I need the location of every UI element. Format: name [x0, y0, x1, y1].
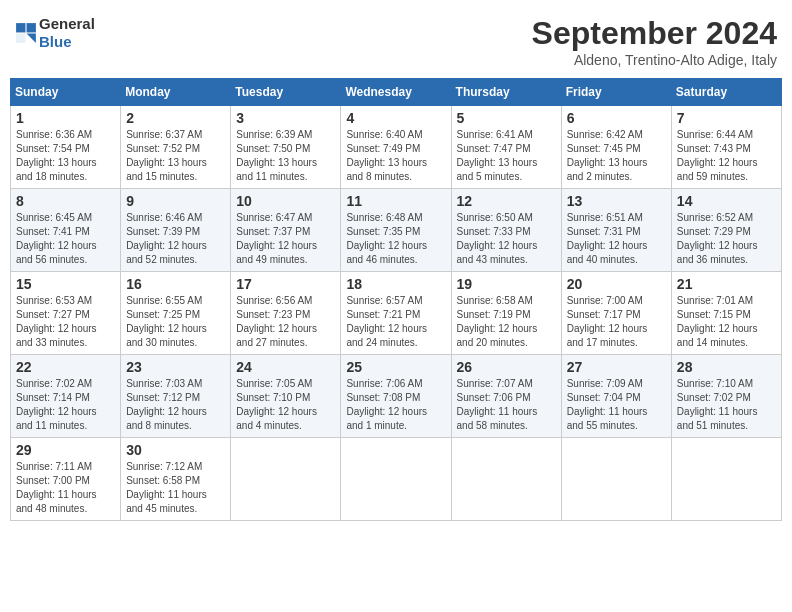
day-info: Sunrise: 6:58 AMSunset: 7:19 PMDaylight:…: [457, 294, 556, 350]
day-cell-25: 25Sunrise: 7:06 AMSunset: 7:08 PMDayligh…: [341, 355, 451, 438]
day-info: Sunrise: 7:03 AMSunset: 7:12 PMDaylight:…: [126, 377, 225, 433]
day-number: 4: [346, 110, 445, 126]
day-cell-28: 28Sunrise: 7:10 AMSunset: 7:02 PMDayligh…: [671, 355, 781, 438]
col-header-sunday: Sunday: [11, 79, 121, 106]
day-cell-3: 3Sunrise: 6:39 AMSunset: 7:50 PMDaylight…: [231, 106, 341, 189]
day-cell-19: 19Sunrise: 6:58 AMSunset: 7:19 PMDayligh…: [451, 272, 561, 355]
day-info: Sunrise: 6:44 AMSunset: 7:43 PMDaylight:…: [677, 128, 776, 184]
day-cell-22: 22Sunrise: 7:02 AMSunset: 7:14 PMDayligh…: [11, 355, 121, 438]
logo-line1: General: [39, 15, 95, 33]
day-cell-15: 15Sunrise: 6:53 AMSunset: 7:27 PMDayligh…: [11, 272, 121, 355]
day-cell-24: 24Sunrise: 7:05 AMSunset: 7:10 PMDayligh…: [231, 355, 341, 438]
day-info: Sunrise: 6:51 AMSunset: 7:31 PMDaylight:…: [567, 211, 666, 267]
day-info: Sunrise: 6:36 AMSunset: 7:54 PMDaylight:…: [16, 128, 115, 184]
day-cell-17: 17Sunrise: 6:56 AMSunset: 7:23 PMDayligh…: [231, 272, 341, 355]
page-header: General Blue September 2024 Aldeno, Tren…: [10, 10, 782, 68]
day-number: 13: [567, 193, 666, 209]
logo-icon: [15, 22, 37, 44]
logo-line2: Blue: [39, 33, 95, 51]
day-info: Sunrise: 6:45 AMSunset: 7:41 PMDaylight:…: [16, 211, 115, 267]
week-row-4: 22Sunrise: 7:02 AMSunset: 7:14 PMDayligh…: [11, 355, 782, 438]
day-number: 15: [16, 276, 115, 292]
day-number: 27: [567, 359, 666, 375]
day-number: 30: [126, 442, 225, 458]
day-cell-16: 16Sunrise: 6:55 AMSunset: 7:25 PMDayligh…: [121, 272, 231, 355]
day-number: 6: [567, 110, 666, 126]
day-cell-20: 20Sunrise: 7:00 AMSunset: 7:17 PMDayligh…: [561, 272, 671, 355]
day-info: Sunrise: 6:47 AMSunset: 7:37 PMDaylight:…: [236, 211, 335, 267]
day-cell-8: 8Sunrise: 6:45 AMSunset: 7:41 PMDaylight…: [11, 189, 121, 272]
empty-cell: [561, 438, 671, 521]
day-cell-23: 23Sunrise: 7:03 AMSunset: 7:12 PMDayligh…: [121, 355, 231, 438]
day-number: 16: [126, 276, 225, 292]
day-number: 11: [346, 193, 445, 209]
day-info: Sunrise: 7:05 AMSunset: 7:10 PMDaylight:…: [236, 377, 335, 433]
day-cell-14: 14Sunrise: 6:52 AMSunset: 7:29 PMDayligh…: [671, 189, 781, 272]
day-cell-5: 5Sunrise: 6:41 AMSunset: 7:47 PMDaylight…: [451, 106, 561, 189]
location-title: Aldeno, Trentino-Alto Adige, Italy: [532, 52, 777, 68]
day-cell-7: 7Sunrise: 6:44 AMSunset: 7:43 PMDaylight…: [671, 106, 781, 189]
day-number: 23: [126, 359, 225, 375]
day-number: 3: [236, 110, 335, 126]
day-info: Sunrise: 6:46 AMSunset: 7:39 PMDaylight:…: [126, 211, 225, 267]
day-info: Sunrise: 6:40 AMSunset: 7:49 PMDaylight:…: [346, 128, 445, 184]
day-number: 24: [236, 359, 335, 375]
svg-rect-3: [16, 34, 25, 43]
empty-cell: [451, 438, 561, 521]
day-number: 17: [236, 276, 335, 292]
col-header-friday: Friday: [561, 79, 671, 106]
day-number: 22: [16, 359, 115, 375]
day-number: 26: [457, 359, 556, 375]
day-cell-26: 26Sunrise: 7:07 AMSunset: 7:06 PMDayligh…: [451, 355, 561, 438]
day-info: Sunrise: 6:55 AMSunset: 7:25 PMDaylight:…: [126, 294, 225, 350]
day-number: 7: [677, 110, 776, 126]
day-number: 28: [677, 359, 776, 375]
empty-cell: [671, 438, 781, 521]
day-cell-4: 4Sunrise: 6:40 AMSunset: 7:49 PMDaylight…: [341, 106, 451, 189]
col-header-thursday: Thursday: [451, 79, 561, 106]
week-row-5: 29Sunrise: 7:11 AMSunset: 7:00 PMDayligh…: [11, 438, 782, 521]
day-info: Sunrise: 6:52 AMSunset: 7:29 PMDaylight:…: [677, 211, 776, 267]
col-header-wednesday: Wednesday: [341, 79, 451, 106]
col-header-tuesday: Tuesday: [231, 79, 341, 106]
day-info: Sunrise: 6:41 AMSunset: 7:47 PMDaylight:…: [457, 128, 556, 184]
day-info: Sunrise: 6:48 AMSunset: 7:35 PMDaylight:…: [346, 211, 445, 267]
day-cell-18: 18Sunrise: 6:57 AMSunset: 7:21 PMDayligh…: [341, 272, 451, 355]
day-info: Sunrise: 6:57 AMSunset: 7:21 PMDaylight:…: [346, 294, 445, 350]
week-row-3: 15Sunrise: 6:53 AMSunset: 7:27 PMDayligh…: [11, 272, 782, 355]
logo: General Blue: [15, 15, 95, 51]
day-number: 1: [16, 110, 115, 126]
day-number: 9: [126, 193, 225, 209]
day-info: Sunrise: 7:00 AMSunset: 7:17 PMDaylight:…: [567, 294, 666, 350]
day-cell-29: 29Sunrise: 7:11 AMSunset: 7:00 PMDayligh…: [11, 438, 121, 521]
day-number: 12: [457, 193, 556, 209]
day-info: Sunrise: 6:39 AMSunset: 7:50 PMDaylight:…: [236, 128, 335, 184]
day-cell-10: 10Sunrise: 6:47 AMSunset: 7:37 PMDayligh…: [231, 189, 341, 272]
day-cell-27: 27Sunrise: 7:09 AMSunset: 7:04 PMDayligh…: [561, 355, 671, 438]
day-number: 20: [567, 276, 666, 292]
day-info: Sunrise: 7:01 AMSunset: 7:15 PMDaylight:…: [677, 294, 776, 350]
day-info: Sunrise: 6:37 AMSunset: 7:52 PMDaylight:…: [126, 128, 225, 184]
day-info: Sunrise: 6:53 AMSunset: 7:27 PMDaylight:…: [16, 294, 115, 350]
day-info: Sunrise: 7:07 AMSunset: 7:06 PMDaylight:…: [457, 377, 556, 433]
day-cell-30: 30Sunrise: 7:12 AMSunset: 6:58 PMDayligh…: [121, 438, 231, 521]
day-number: 5: [457, 110, 556, 126]
day-number: 19: [457, 276, 556, 292]
col-header-monday: Monday: [121, 79, 231, 106]
empty-cell: [231, 438, 341, 521]
day-info: Sunrise: 7:12 AMSunset: 6:58 PMDaylight:…: [126, 460, 225, 516]
day-cell-9: 9Sunrise: 6:46 AMSunset: 7:39 PMDaylight…: [121, 189, 231, 272]
day-info: Sunrise: 7:06 AMSunset: 7:08 PMDaylight:…: [346, 377, 445, 433]
calendar-table: SundayMondayTuesdayWednesdayThursdayFrid…: [10, 78, 782, 521]
day-cell-12: 12Sunrise: 6:50 AMSunset: 7:33 PMDayligh…: [451, 189, 561, 272]
day-number: 14: [677, 193, 776, 209]
day-number: 25: [346, 359, 445, 375]
month-title: September 2024: [532, 15, 777, 52]
col-header-saturday: Saturday: [671, 79, 781, 106]
day-info: Sunrise: 6:50 AMSunset: 7:33 PMDaylight:…: [457, 211, 556, 267]
week-row-1: 1Sunrise: 6:36 AMSunset: 7:54 PMDaylight…: [11, 106, 782, 189]
day-cell-1: 1Sunrise: 6:36 AMSunset: 7:54 PMDaylight…: [11, 106, 121, 189]
day-number: 2: [126, 110, 225, 126]
day-info: Sunrise: 6:56 AMSunset: 7:23 PMDaylight:…: [236, 294, 335, 350]
day-info: Sunrise: 6:42 AMSunset: 7:45 PMDaylight:…: [567, 128, 666, 184]
